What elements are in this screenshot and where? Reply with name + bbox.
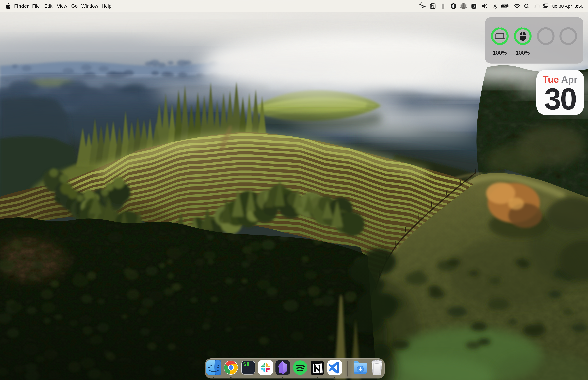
svg-text:$: $	[243, 361, 246, 367]
svg-text:S: S	[473, 4, 475, 8]
